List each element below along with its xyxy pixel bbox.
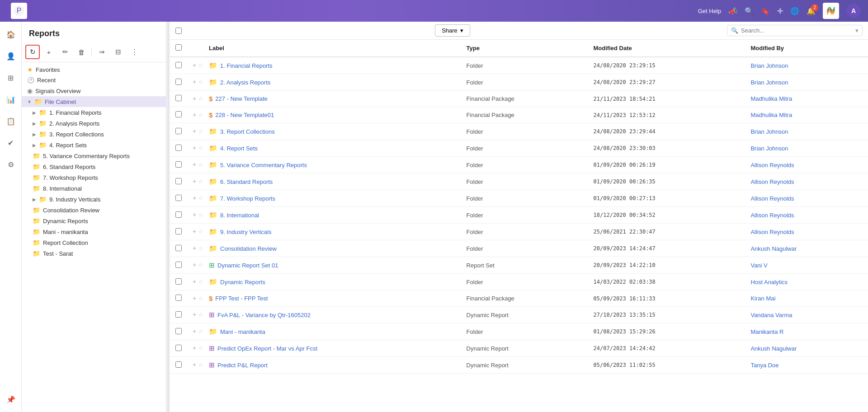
row-checkbox-cell[interactable] [170, 357, 187, 374]
row-checkbox[interactable] [175, 195, 182, 201]
row-label-link[interactable]: 📁 3. Report Collections [209, 127, 456, 136]
row-checkbox[interactable] [175, 79, 182, 85]
bookmark-icon[interactable]: 🔖 [761, 7, 770, 15]
compass-icon[interactable]: ✛ [777, 7, 783, 15]
get-help-button[interactable]: Get Help [698, 8, 721, 14]
row-checkbox-cell[interactable] [170, 207, 187, 224]
search-dropdown-icon[interactable]: ▾ [855, 27, 859, 34]
header-checkbox[interactable] [175, 44, 182, 51]
pin-icon[interactable]: 📌 [4, 392, 18, 407]
resize-handle[interactable] [166, 22, 170, 412]
row-label-link[interactable]: 📁 9. Industry Verticals [209, 228, 456, 236]
add-row-icon[interactable]: + [193, 244, 196, 252]
star-row-icon[interactable]: ☆ [198, 211, 203, 218]
home-icon[interactable]: 🏠 [4, 27, 18, 42]
add-row-icon[interactable]: + [193, 127, 196, 135]
user-icon[interactable]: 👤 [4, 49, 18, 63]
delete-button[interactable]: 🗑 [74, 45, 89, 59]
row-label-link[interactable]: $ FPP Test - FPP Test [209, 295, 456, 302]
row-checkbox[interactable] [175, 111, 182, 117]
star-row-icon[interactable]: ☆ [198, 295, 203, 302]
add-row-icon[interactable]: + [193, 144, 196, 151]
row-checkbox-cell[interactable] [170, 323, 187, 340]
star-row-icon[interactable]: ☆ [198, 128, 203, 135]
sidebar-item-analysis-reports[interactable]: ▶ 📁 2. Analysis Reports [22, 118, 166, 129]
sidebar-item-dynamic-reports[interactable]: 📁 Dynamic Reports [22, 215, 166, 226]
add-row-icon[interactable]: + [193, 311, 196, 318]
share-button[interactable]: Share ▾ [435, 24, 470, 37]
favorites-item[interactable]: ★ Favorites [22, 64, 166, 75]
sidebar-item-report-sets[interactable]: ▶ 📁 4. Report Sets [22, 140, 166, 150]
add-row-icon[interactable]: + [193, 78, 196, 85]
row-checkbox-cell[interactable] [170, 140, 187, 157]
row-label-link[interactable]: 📁 5. Variance Commentary Reports [209, 161, 456, 169]
row-checkbox-cell[interactable] [170, 123, 187, 140]
move-button[interactable]: ⇒ [94, 45, 109, 59]
user-avatar[interactable]: A [846, 4, 861, 18]
row-checkbox[interactable] [175, 62, 182, 68]
star-row-icon[interactable]: ☆ [198, 62, 203, 69]
star-row-icon[interactable]: ☆ [198, 161, 203, 168]
row-checkbox-cell[interactable] [170, 274, 187, 290]
sidebar-item-financial-reports[interactable]: ▶ 📁 1. Financial Reports [22, 107, 166, 118]
filter-button[interactable]: ⊟ [111, 45, 125, 59]
row-checkbox-cell[interactable] [170, 290, 187, 307]
grid-icon[interactable]: ⊞ [4, 70, 18, 85]
checklist-icon[interactable]: ✔ [4, 136, 18, 150]
logo-image[interactable] [823, 3, 839, 19]
megaphone-icon[interactable]: 📣 [728, 7, 737, 15]
add-row-icon[interactable]: + [193, 278, 196, 285]
row-checkbox-cell[interactable] [170, 157, 187, 173]
row-checkbox-cell[interactable] [170, 107, 187, 123]
edit-button[interactable]: ✏ [58, 45, 72, 59]
add-row-icon[interactable]: + [193, 261, 196, 268]
row-checkbox[interactable] [175, 311, 182, 318]
star-row-icon[interactable]: ☆ [198, 361, 203, 368]
star-row-icon[interactable]: ☆ [198, 112, 203, 118]
row-checkbox[interactable] [175, 145, 182, 151]
add-button[interactable]: + [42, 45, 56, 59]
row-checkbox[interactable] [175, 361, 182, 368]
add-row-icon[interactable]: + [193, 194, 196, 201]
row-label-link[interactable]: 📁 8. International [209, 211, 456, 219]
sidebar-item-mani-manikanta[interactable]: 📁 Mani - manikanta [22, 226, 166, 237]
row-label-link[interactable]: 📁 Consolidation Review [209, 244, 456, 253]
row-checkbox-cell[interactable] [170, 240, 187, 257]
row-label-link[interactable]: 📁 6. Standard Reports [209, 178, 456, 186]
star-row-icon[interactable]: ☆ [198, 228, 203, 235]
row-checkbox-cell[interactable] [170, 190, 187, 207]
row-checkbox[interactable] [175, 178, 182, 184]
search-nav-icon[interactable]: 🔍 [745, 7, 754, 15]
row-checkbox[interactable] [175, 345, 182, 351]
row-checkbox[interactable] [175, 211, 182, 218]
add-row-icon[interactable]: + [193, 328, 196, 335]
add-row-icon[interactable]: + [193, 61, 196, 69]
select-all-checkbox[interactable] [175, 28, 182, 34]
row-label-link[interactable]: ⊞ Dynamic Report Set 01 [209, 261, 456, 269]
row-label-link[interactable]: 📁 Mani - manikanta [209, 328, 456, 336]
row-checkbox[interactable] [175, 95, 182, 101]
more-button[interactable]: ⋮ [127, 45, 142, 59]
row-checkbox-cell[interactable] [170, 173, 187, 190]
add-row-icon[interactable]: + [193, 161, 196, 168]
row-checkbox[interactable] [175, 278, 182, 285]
row-label-link[interactable]: ⊞ FvA P&L - Variance by Qtr-1605202 [209, 311, 456, 319]
star-row-icon[interactable]: ☆ [198, 95, 203, 102]
row-checkbox-cell[interactable] [170, 224, 187, 240]
add-row-icon[interactable]: + [193, 178, 196, 185]
row-label-link[interactable]: 📁 4. Report Sets [209, 144, 456, 152]
star-row-icon[interactable]: ☆ [198, 195, 203, 201]
row-checkbox-cell[interactable] [170, 257, 187, 274]
refresh-button[interactable]: ↻ [25, 45, 40, 59]
row-label-link[interactable]: 📁 7. Workshop Reports [209, 194, 456, 202]
add-row-icon[interactable]: + [193, 211, 196, 218]
star-row-icon[interactable]: ☆ [198, 311, 203, 318]
row-checkbox[interactable] [175, 262, 182, 268]
row-checkbox-cell[interactable] [170, 57, 187, 74]
row-checkbox[interactable] [175, 328, 182, 334]
sidebar-item-report-collections[interactable]: ▶ 📁 3. Report Collections [22, 129, 166, 140]
globe-icon[interactable]: 🌐 [790, 7, 799, 15]
notification-bell[interactable]: 🔔 2 [807, 7, 816, 15]
row-checkbox[interactable] [175, 228, 182, 234]
star-row-icon[interactable]: ☆ [198, 345, 203, 351]
